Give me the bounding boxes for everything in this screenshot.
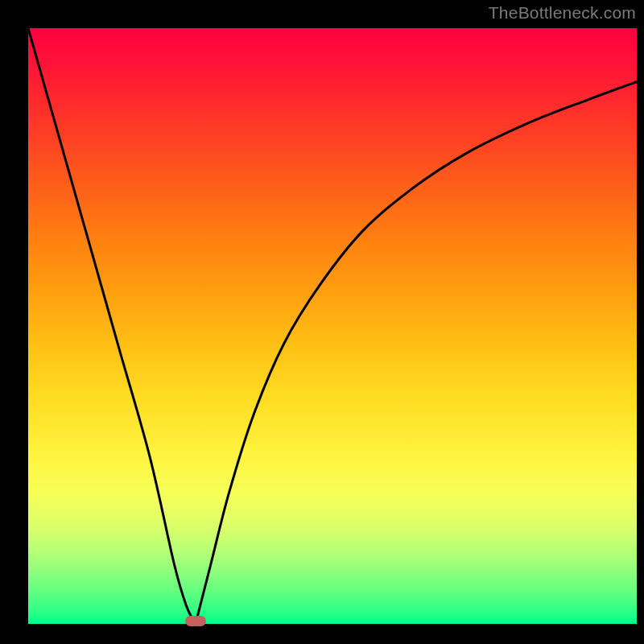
right-branch-curve	[196, 82, 637, 624]
curve-layer	[28, 28, 637, 624]
plot-area	[28, 28, 637, 624]
bottleneck-marker	[185, 616, 206, 626]
watermark-text: TheBottleneck.com	[489, 3, 636, 23]
chart-frame: TheBottleneck.com	[0, 0, 644, 644]
left-branch-curve	[28, 28, 196, 624]
